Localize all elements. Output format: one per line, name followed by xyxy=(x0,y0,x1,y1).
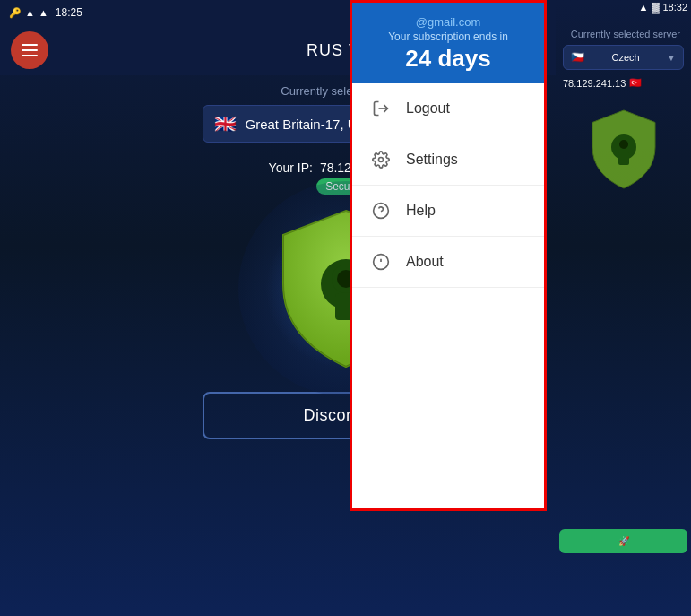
second-server-label: Currently selected server xyxy=(563,29,684,39)
second-server-name: Czech xyxy=(611,52,639,63)
status-time-left: 18:25 xyxy=(56,6,82,19)
info-icon xyxy=(370,251,392,273)
second-shield-area xyxy=(563,107,684,192)
second-dropdown-arrow: ▼ xyxy=(667,53,676,63)
wifi-status-icon: ▲ xyxy=(25,7,35,18)
svg-point-13 xyxy=(619,140,628,149)
key-status-icon: 🔑 xyxy=(9,7,22,19)
menu-item-about[interactable]: About xyxy=(352,237,544,288)
second-ip-flag: 🇹🇷 xyxy=(629,77,642,89)
help-label: Help xyxy=(406,203,436,219)
second-screen: ▲ ▓ 18:32 Currently selected server 🇨🇿 C… xyxy=(556,0,691,616)
menu-item-settings[interactable]: Settings xyxy=(352,134,544,186)
second-time: 18:32 xyxy=(662,2,687,13)
second-ip: 78.129.241.13 xyxy=(563,78,626,89)
menu-header: @gmail.com Your subscription ends in 24 … xyxy=(352,3,544,83)
second-ip-row: 78.129.241.13 🇹🇷 xyxy=(563,77,684,89)
second-action-area: 🚀 xyxy=(559,529,687,553)
about-label: About xyxy=(406,254,444,270)
second-status-bar: ▲ ▓ 18:32 xyxy=(556,0,691,14)
menu-item-help[interactable]: Help xyxy=(352,186,544,237)
logout-label: Logout xyxy=(406,100,450,117)
second-server-flag: 🇨🇿 xyxy=(571,51,584,64)
settings-icon xyxy=(370,149,392,170)
menu-days: 24 days xyxy=(363,45,533,73)
menu-subscription-text: Your subscription ends in xyxy=(363,30,533,43)
help-icon xyxy=(370,200,392,221)
menu-items: Logout Settings Help xyxy=(352,83,544,508)
menu-email: @gmail.com xyxy=(363,15,533,29)
menu-item-logout[interactable]: Logout xyxy=(352,83,544,134)
menu-overlay: @gmail.com Your subscription ends in 24 … xyxy=(350,0,547,511)
server-flag: 🇬🇧 xyxy=(214,113,237,134)
logout-icon xyxy=(370,98,392,119)
second-wifi-icon: ▲ xyxy=(639,2,649,13)
menu-button[interactable] xyxy=(11,31,48,69)
ip-label: Your IP: xyxy=(269,161,313,175)
signal-status-icon: ▲ xyxy=(39,7,48,18)
second-action-button[interactable]: 🚀 xyxy=(559,529,687,553)
second-server-dropdown[interactable]: 🇨🇿 Czech ▼ xyxy=(563,45,684,70)
menu-line-2 xyxy=(22,49,38,51)
second-battery-icon: ▓ xyxy=(652,2,659,13)
settings-label: Settings xyxy=(406,152,458,168)
second-screen-content: Currently selected server 🇨🇿 Czech ▼ 78.… xyxy=(556,14,691,199)
menu-line-1 xyxy=(22,44,38,46)
menu-line-3 xyxy=(22,55,38,56)
svg-point-5 xyxy=(379,158,384,162)
svg-rect-12 xyxy=(618,152,629,165)
